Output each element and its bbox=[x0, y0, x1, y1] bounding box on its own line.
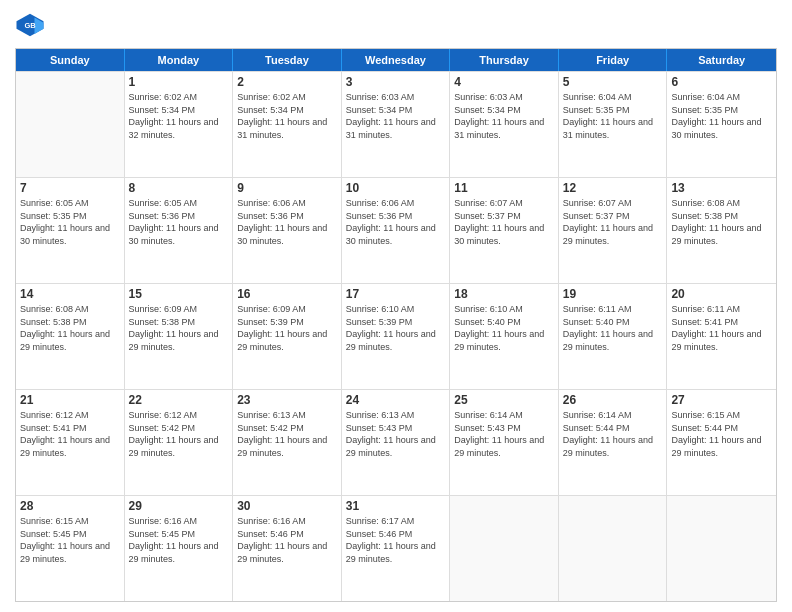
sunset-text: Sunset: 5:34 PM bbox=[129, 105, 196, 115]
day-header-sunday: Sunday bbox=[16, 49, 125, 71]
sunrise-text: Sunrise: 6:02 AM bbox=[129, 92, 198, 102]
day-number: 12 bbox=[563, 181, 663, 195]
sunrise-text: Sunrise: 6:07 AM bbox=[563, 198, 632, 208]
sunset-text: Sunset: 5:41 PM bbox=[20, 423, 87, 433]
sunrise-text: Sunrise: 6:04 AM bbox=[563, 92, 632, 102]
sunset-text: Sunset: 5:38 PM bbox=[671, 211, 738, 221]
page: GB SundayMondayTuesdayWednesdayThursdayF… bbox=[0, 0, 792, 612]
day-info: Sunrise: 6:03 AM Sunset: 5:34 PM Dayligh… bbox=[454, 91, 554, 141]
day-header-friday: Friday bbox=[559, 49, 668, 71]
day-cell-19: 19 Sunrise: 6:11 AM Sunset: 5:40 PM Dayl… bbox=[559, 284, 668, 389]
day-cell-15: 15 Sunrise: 6:09 AM Sunset: 5:38 PM Dayl… bbox=[125, 284, 234, 389]
sunrise-text: Sunrise: 6:12 AM bbox=[129, 410, 198, 420]
sunset-text: Sunset: 5:35 PM bbox=[20, 211, 87, 221]
day-number: 3 bbox=[346, 75, 446, 89]
sunrise-text: Sunrise: 6:16 AM bbox=[237, 516, 306, 526]
day-number: 11 bbox=[454, 181, 554, 195]
day-number: 9 bbox=[237, 181, 337, 195]
daylight-text: Daylight: 11 hours and 29 minutes. bbox=[20, 541, 110, 564]
day-info: Sunrise: 6:17 AM Sunset: 5:46 PM Dayligh… bbox=[346, 515, 446, 565]
calendar-row-2: 7 Sunrise: 6:05 AM Sunset: 5:35 PM Dayli… bbox=[16, 177, 776, 283]
sunset-text: Sunset: 5:35 PM bbox=[671, 105, 738, 115]
day-cell-22: 22 Sunrise: 6:12 AM Sunset: 5:42 PM Dayl… bbox=[125, 390, 234, 495]
sunset-text: Sunset: 5:37 PM bbox=[454, 211, 521, 221]
calendar: SundayMondayTuesdayWednesdayThursdayFrid… bbox=[15, 48, 777, 602]
calendar-body: 1 Sunrise: 6:02 AM Sunset: 5:34 PM Dayli… bbox=[16, 71, 776, 601]
day-header-tuesday: Tuesday bbox=[233, 49, 342, 71]
sunset-text: Sunset: 5:42 PM bbox=[237, 423, 304, 433]
day-cell-6: 6 Sunrise: 6:04 AM Sunset: 5:35 PM Dayli… bbox=[667, 72, 776, 177]
sunset-text: Sunset: 5:43 PM bbox=[454, 423, 521, 433]
daylight-text: Daylight: 11 hours and 31 minutes. bbox=[346, 117, 436, 140]
daylight-text: Daylight: 11 hours and 30 minutes. bbox=[237, 223, 327, 246]
daylight-text: Daylight: 11 hours and 29 minutes. bbox=[563, 223, 653, 246]
sunset-text: Sunset: 5:45 PM bbox=[20, 529, 87, 539]
day-info: Sunrise: 6:15 AM Sunset: 5:45 PM Dayligh… bbox=[20, 515, 120, 565]
daylight-text: Daylight: 11 hours and 30 minutes. bbox=[454, 223, 544, 246]
day-number: 1 bbox=[129, 75, 229, 89]
day-number: 14 bbox=[20, 287, 120, 301]
day-cell-26: 26 Sunrise: 6:14 AM Sunset: 5:44 PM Dayl… bbox=[559, 390, 668, 495]
daylight-text: Daylight: 11 hours and 29 minutes. bbox=[20, 435, 110, 458]
day-number: 27 bbox=[671, 393, 772, 407]
day-info: Sunrise: 6:09 AM Sunset: 5:38 PM Dayligh… bbox=[129, 303, 229, 353]
day-number: 7 bbox=[20, 181, 120, 195]
day-cell-25: 25 Sunrise: 6:14 AM Sunset: 5:43 PM Dayl… bbox=[450, 390, 559, 495]
day-cell-9: 9 Sunrise: 6:06 AM Sunset: 5:36 PM Dayli… bbox=[233, 178, 342, 283]
sunset-text: Sunset: 5:44 PM bbox=[671, 423, 738, 433]
daylight-text: Daylight: 11 hours and 29 minutes. bbox=[237, 435, 327, 458]
sunrise-text: Sunrise: 6:09 AM bbox=[237, 304, 306, 314]
sunset-text: Sunset: 5:38 PM bbox=[129, 317, 196, 327]
sunrise-text: Sunrise: 6:05 AM bbox=[129, 198, 198, 208]
sunrise-text: Sunrise: 6:13 AM bbox=[346, 410, 415, 420]
day-number: 15 bbox=[129, 287, 229, 301]
calendar-row-3: 14 Sunrise: 6:08 AM Sunset: 5:38 PM Dayl… bbox=[16, 283, 776, 389]
sunrise-text: Sunrise: 6:06 AM bbox=[237, 198, 306, 208]
day-cell-24: 24 Sunrise: 6:13 AM Sunset: 5:43 PM Dayl… bbox=[342, 390, 451, 495]
day-number: 13 bbox=[671, 181, 772, 195]
daylight-text: Daylight: 11 hours and 29 minutes. bbox=[563, 329, 653, 352]
sunset-text: Sunset: 5:36 PM bbox=[237, 211, 304, 221]
day-cell-18: 18 Sunrise: 6:10 AM Sunset: 5:40 PM Dayl… bbox=[450, 284, 559, 389]
day-info: Sunrise: 6:14 AM Sunset: 5:43 PM Dayligh… bbox=[454, 409, 554, 459]
day-number: 2 bbox=[237, 75, 337, 89]
sunset-text: Sunset: 5:36 PM bbox=[346, 211, 413, 221]
day-cell-14: 14 Sunrise: 6:08 AM Sunset: 5:38 PM Dayl… bbox=[16, 284, 125, 389]
day-number: 23 bbox=[237, 393, 337, 407]
daylight-text: Daylight: 11 hours and 29 minutes. bbox=[237, 541, 327, 564]
day-header-thursday: Thursday bbox=[450, 49, 559, 71]
empty-cell bbox=[559, 496, 668, 601]
day-info: Sunrise: 6:06 AM Sunset: 5:36 PM Dayligh… bbox=[346, 197, 446, 247]
sunrise-text: Sunrise: 6:08 AM bbox=[671, 198, 740, 208]
sunrise-text: Sunrise: 6:14 AM bbox=[563, 410, 632, 420]
day-header-wednesday: Wednesday bbox=[342, 49, 451, 71]
day-info: Sunrise: 6:02 AM Sunset: 5:34 PM Dayligh… bbox=[237, 91, 337, 141]
day-number: 25 bbox=[454, 393, 554, 407]
day-number: 18 bbox=[454, 287, 554, 301]
sunrise-text: Sunrise: 6:07 AM bbox=[454, 198, 523, 208]
calendar-header: SundayMondayTuesdayWednesdayThursdayFrid… bbox=[16, 49, 776, 71]
day-number: 31 bbox=[346, 499, 446, 513]
day-info: Sunrise: 6:15 AM Sunset: 5:44 PM Dayligh… bbox=[671, 409, 772, 459]
day-info: Sunrise: 6:11 AM Sunset: 5:40 PM Dayligh… bbox=[563, 303, 663, 353]
sunrise-text: Sunrise: 6:08 AM bbox=[20, 304, 89, 314]
day-info: Sunrise: 6:07 AM Sunset: 5:37 PM Dayligh… bbox=[563, 197, 663, 247]
day-cell-8: 8 Sunrise: 6:05 AM Sunset: 5:36 PM Dayli… bbox=[125, 178, 234, 283]
calendar-row-4: 21 Sunrise: 6:12 AM Sunset: 5:41 PM Dayl… bbox=[16, 389, 776, 495]
day-info: Sunrise: 6:16 AM Sunset: 5:45 PM Dayligh… bbox=[129, 515, 229, 565]
day-cell-28: 28 Sunrise: 6:15 AM Sunset: 5:45 PM Dayl… bbox=[16, 496, 125, 601]
day-cell-29: 29 Sunrise: 6:16 AM Sunset: 5:45 PM Dayl… bbox=[125, 496, 234, 601]
day-info: Sunrise: 6:11 AM Sunset: 5:41 PM Dayligh… bbox=[671, 303, 772, 353]
day-info: Sunrise: 6:05 AM Sunset: 5:35 PM Dayligh… bbox=[20, 197, 120, 247]
daylight-text: Daylight: 11 hours and 29 minutes. bbox=[129, 435, 219, 458]
day-info: Sunrise: 6:04 AM Sunset: 5:35 PM Dayligh… bbox=[563, 91, 663, 141]
sunrise-text: Sunrise: 6:15 AM bbox=[671, 410, 740, 420]
day-cell-1: 1 Sunrise: 6:02 AM Sunset: 5:34 PM Dayli… bbox=[125, 72, 234, 177]
day-cell-20: 20 Sunrise: 6:11 AM Sunset: 5:41 PM Dayl… bbox=[667, 284, 776, 389]
sunset-text: Sunset: 5:46 PM bbox=[346, 529, 413, 539]
sunset-text: Sunset: 5:39 PM bbox=[237, 317, 304, 327]
day-number: 21 bbox=[20, 393, 120, 407]
day-number: 26 bbox=[563, 393, 663, 407]
day-number: 5 bbox=[563, 75, 663, 89]
day-info: Sunrise: 6:09 AM Sunset: 5:39 PM Dayligh… bbox=[237, 303, 337, 353]
